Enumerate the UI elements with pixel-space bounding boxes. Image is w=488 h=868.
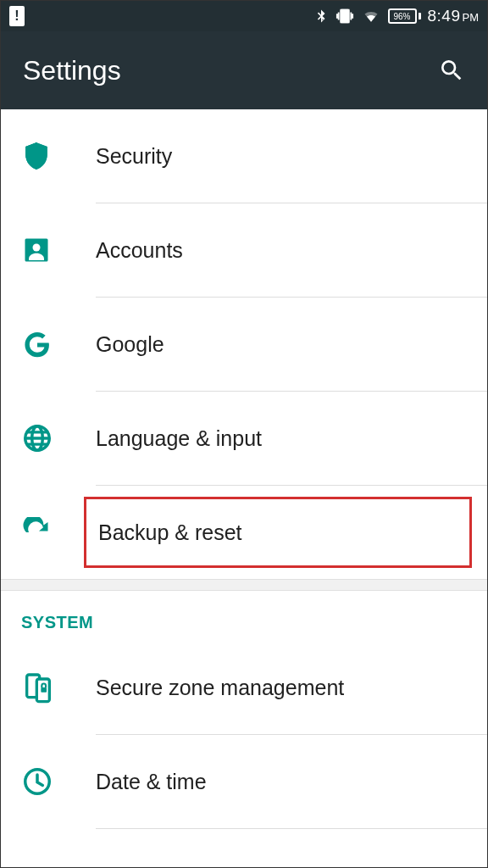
app-bar: Settings [1,31,487,109]
settings-item-label: Security [96,144,487,169]
globe-icon [21,422,53,454]
settings-item-accounts[interactable]: Accounts [1,203,487,297]
settings-item-label: Backup & reset [84,497,472,568]
status-bar: ! 96% 8:49PM [1,1,487,31]
clock-icon [21,765,53,798]
settings-item-date-time[interactable]: Date & time [1,735,487,828]
google-icon [21,328,53,360]
battery-indicator: 96% [388,8,421,24]
vibrate-icon [336,7,354,25]
shield-icon [21,141,52,171]
device-frame: ! 96% 8:49PM Settings [0,0,488,868]
settings-item-backup-reset[interactable]: Backup & reset [1,486,487,579]
section-divider [1,579,487,591]
status-right: 96% 8:49PM [313,7,479,25]
settings-item-language[interactable]: Language & input [1,392,487,485]
settings-item-security[interactable]: Security [1,109,487,203]
settings-item-label: Accounts [96,238,487,263]
refresh-icon [21,517,52,548]
section-header-system: SYSTEM [1,591,487,641]
clock: 8:49PM [428,7,479,25]
status-left: ! [9,6,25,26]
settings-item-label: Secure zone management [96,676,487,700]
wifi-icon [361,8,381,25]
account-icon [21,235,52,265]
search-button[interactable] [438,57,465,84]
status-time: 8:49 [428,7,461,25]
settings-item-google[interactable]: Google [1,298,487,391]
settings-list: Security Accounts Google [1,109,487,579]
sim-alert-icon: ! [9,6,25,26]
divider [96,828,487,829]
svg-point-2 [33,244,41,252]
settings-item-label: Date & time [96,770,487,794]
svg-rect-8 [41,687,47,693]
status-ampm: PM [463,11,480,24]
bluetooth-icon [313,7,329,25]
system-list: Secure zone management Date & time [1,641,487,829]
page-title: Settings [23,55,121,86]
search-icon [438,57,465,84]
settings-item-label: Language & input [96,426,487,451]
settings-item-label: Google [96,332,487,357]
battery-percent: 96% [394,12,411,21]
settings-item-secure-zone[interactable]: Secure zone management [1,641,487,734]
secure-phone-icon [21,670,55,704]
